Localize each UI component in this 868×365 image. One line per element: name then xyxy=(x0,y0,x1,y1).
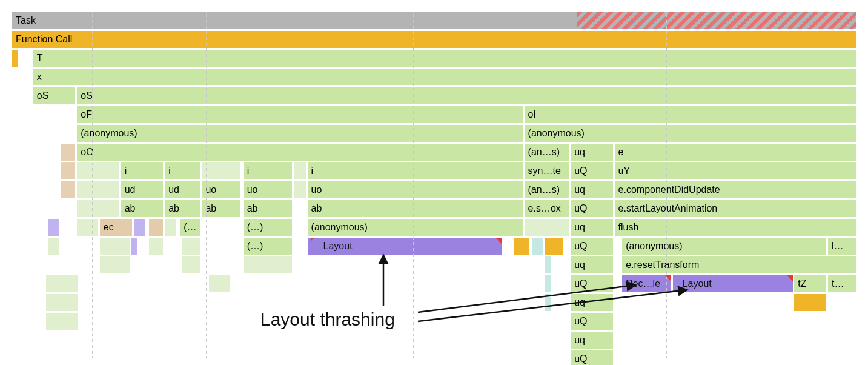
frame-i-4[interactable]: i xyxy=(308,162,523,179)
frame-startLayout[interactable]: e.startLayoutAnimation xyxy=(615,200,856,217)
frame-uQ-17[interactable]: uQ xyxy=(571,313,613,330)
frame-resetTransform[interactable]: e.resetTransform xyxy=(622,256,856,273)
frame-pale-9[interactable] xyxy=(525,219,569,236)
frame-ec[interactable]: ec xyxy=(100,219,132,236)
frame-pale-19[interactable] xyxy=(46,294,78,311)
frame-pale-13[interactable] xyxy=(182,238,200,255)
frame-layout-2[interactable]: Layout xyxy=(673,275,793,292)
frame-uQ-11[interactable]: uQ xyxy=(571,200,613,217)
frame-cdu[interactable]: e.componentDidUpdate xyxy=(615,181,856,198)
flame-chart[interactable]: Task Function Call T x oS oS oF oI (anon… xyxy=(12,12,856,358)
frame-tan-1[interactable] xyxy=(61,144,76,161)
frame-y-1[interactable] xyxy=(514,238,529,255)
frame-l[interactable]: l… xyxy=(828,238,856,255)
frame-plight-2[interactable] xyxy=(134,219,145,236)
frame-pale-6[interactable] xyxy=(77,200,119,217)
frame-oO[interactable]: oO xyxy=(77,144,523,161)
frame-uQ-15[interactable]: uQ xyxy=(571,275,613,292)
frame-teal-2[interactable] xyxy=(545,256,551,273)
frame-e[interactable]: e xyxy=(615,144,856,161)
frame-recalc[interactable]: Rec…le xyxy=(622,275,671,292)
frame-t[interactable]: t… xyxy=(828,275,856,292)
row-19: uQ xyxy=(12,350,856,365)
frame-layout-1[interactable]: Layout xyxy=(308,238,502,255)
frame-es-ox[interactable]: e.s…ox xyxy=(525,200,569,217)
frame-uQ-9[interactable]: uQ xyxy=(571,162,613,179)
frame-pale-11[interactable] xyxy=(100,238,130,255)
frame-uo-1[interactable]: uo xyxy=(202,181,240,198)
frame-flush[interactable]: flush xyxy=(615,219,856,236)
frame-pale-15[interactable] xyxy=(182,256,200,273)
frame-ud-2[interactable]: ud xyxy=(165,181,200,198)
frame-pale-3[interactable] xyxy=(294,162,306,179)
frame-uY[interactable]: uY xyxy=(615,162,856,179)
frame-uo-3[interactable]: uo xyxy=(308,181,523,198)
frame-teal-1[interactable] xyxy=(532,238,543,255)
frame-pale-14[interactable] xyxy=(100,256,130,273)
frame-anon-4[interactable]: (anonymous) xyxy=(622,238,826,255)
frame-i-3[interactable]: i xyxy=(244,162,293,179)
frame-pale-1[interactable] xyxy=(77,162,119,179)
row-13: (…) Layout uQ (anonymous) l… xyxy=(12,238,856,256)
frame-ud-1[interactable]: ud xyxy=(121,181,164,198)
frame-anon-2[interactable]: (anonymous) xyxy=(525,125,856,142)
frame-uq-8[interactable]: uq xyxy=(571,144,613,161)
frame-pale-17[interactable] xyxy=(46,275,78,292)
row-8: oO (an…s) uq e xyxy=(12,144,856,162)
frame-ab-3[interactable]: ab xyxy=(202,200,240,217)
frame-uq-14[interactable]: uq xyxy=(571,256,613,273)
frame-uq-12[interactable]: uq xyxy=(571,219,613,236)
frame-sand-1[interactable] xyxy=(149,219,164,236)
frame-uQ-13[interactable]: uQ xyxy=(571,238,613,255)
frame-synte[interactable]: syn…te xyxy=(525,162,569,179)
frame-tZ[interactable]: tZ xyxy=(794,275,826,292)
frame-pale-5[interactable] xyxy=(294,181,306,198)
frame-oI[interactable]: oI xyxy=(525,106,856,123)
frame-i-1[interactable]: i xyxy=(121,162,164,179)
frame-pale-4[interactable] xyxy=(77,181,119,198)
frame-tan-3[interactable] xyxy=(61,181,76,198)
frame-y-3[interactable] xyxy=(794,294,826,311)
frame-plight-1[interactable] xyxy=(48,219,59,236)
frame-x[interactable]: x xyxy=(33,69,856,85)
frame-i-2[interactable]: i xyxy=(165,162,200,179)
frame-ab-5[interactable]: ab xyxy=(308,200,523,217)
frame-tan-2[interactable] xyxy=(61,162,76,179)
frame-ans[interactable]: (an…s) xyxy=(525,144,569,161)
frame-pale-12[interactable] xyxy=(149,238,164,255)
frame-pale-8[interactable] xyxy=(165,219,176,236)
frame-oS-2[interactable]: oS xyxy=(77,87,856,104)
frame-pale-10[interactable] xyxy=(48,238,59,255)
frame-dots-1[interactable]: (… xyxy=(180,219,200,236)
frame-uq-18[interactable]: uq xyxy=(571,332,613,349)
frame-teal-3[interactable] xyxy=(545,275,551,292)
frame-ab-1[interactable]: ab xyxy=(121,200,164,217)
frame-uq-16[interactable]: uq xyxy=(571,294,613,311)
frame-anon-3[interactable]: (anonymous) xyxy=(308,219,523,236)
frame-oF[interactable]: oF xyxy=(77,106,523,123)
row-9: i i i i syn…te uQ uY xyxy=(12,162,856,181)
frame-teal-4[interactable] xyxy=(545,294,551,311)
frame-T[interactable]: T xyxy=(33,50,856,67)
frame-ab-4[interactable]: ab xyxy=(244,200,293,217)
row-function-call: Function Call xyxy=(12,31,856,49)
frame-pale-7[interactable] xyxy=(77,219,98,236)
frame-uQ-19[interactable]: uQ xyxy=(571,350,613,365)
frame-dots-3[interactable]: (…) xyxy=(244,238,293,255)
frame-plight-3[interactable] xyxy=(131,238,137,255)
frame-uq-10[interactable]: uq xyxy=(571,181,613,198)
frame-anon-1[interactable]: (anonymous) xyxy=(77,125,523,142)
frame-pale-2[interactable] xyxy=(202,162,240,179)
frame-pale-18[interactable] xyxy=(209,275,230,292)
row-17: uQ xyxy=(12,313,856,331)
frame-dots-2[interactable]: (…) xyxy=(244,219,293,236)
frame-oS-1[interactable]: oS xyxy=(33,87,76,104)
frame-y-2[interactable] xyxy=(545,238,563,255)
frame-micro[interactable] xyxy=(12,50,18,67)
frame-ab-2[interactable]: ab xyxy=(165,200,200,217)
frame-pale-16[interactable] xyxy=(244,256,293,273)
frame-pale-20[interactable] xyxy=(46,313,78,330)
frame-ans-2[interactable]: (an…s) xyxy=(525,181,569,198)
frame-uo-2[interactable]: uo xyxy=(244,181,293,198)
function-call-bar[interactable]: Function Call xyxy=(12,31,856,48)
